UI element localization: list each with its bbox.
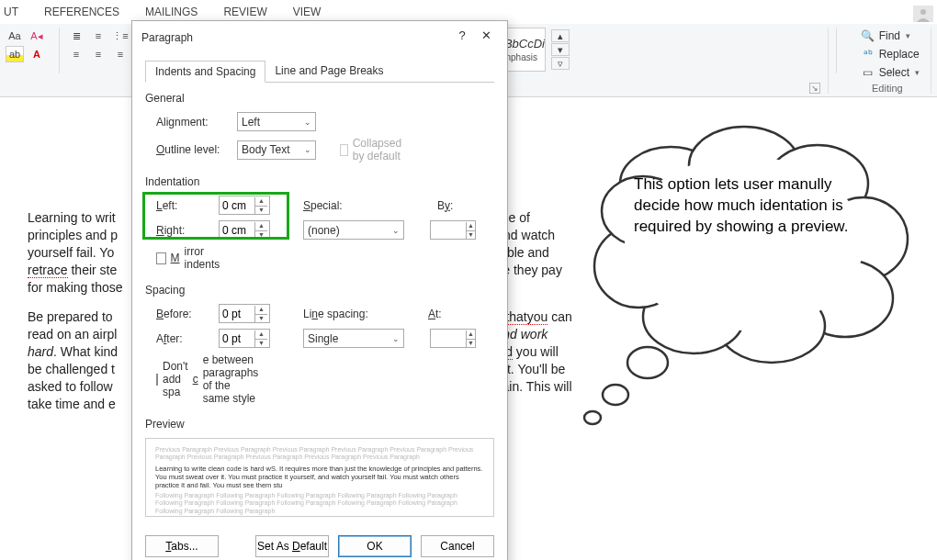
- ribbon-tab[interactable]: REFERENCES: [40, 4, 123, 20]
- spin-up-icon[interactable]: ▲: [254, 222, 267, 230]
- by-spinner[interactable]: ▲▼: [430, 220, 476, 240]
- editing-group: 🔍Find▾ ᵃᵇReplace ▭Select▾ Editing: [844, 28, 931, 94]
- callout-text: This option lets user manully decide how…: [634, 174, 882, 238]
- replace-icon: ᵃᵇ: [861, 47, 875, 62]
- at-input[interactable]: [431, 330, 466, 347]
- outline-label: OOutline level:utline level:: [156, 143, 230, 156]
- before-spinner[interactable]: ▲▼: [219, 304, 270, 323]
- line-spacing-select[interactable]: Single⌄: [303, 329, 404, 348]
- align-center-button[interactable]: ≡: [89, 46, 107, 62]
- clear-formatting-button[interactable]: A◂: [28, 28, 46, 44]
- alignment-label: Alignment:: [156, 116, 230, 129]
- dialog-buttons: Tabs... Set As Default OK Cancel: [132, 526, 507, 560]
- callout-cloud: This option lets user manully decide how…: [560, 119, 928, 431]
- tabs-button[interactable]: Tabs...: [145, 535, 219, 557]
- select-button[interactable]: ▭Select▾: [857, 64, 923, 81]
- chevron-down-icon: ⌄: [392, 226, 400, 235]
- spin-up-icon[interactable]: ▲: [466, 222, 475, 230]
- align-left-button[interactable]: ≡: [67, 46, 85, 62]
- spin-up-icon[interactable]: ▲: [254, 306, 267, 314]
- collapsed-checkbox: Collapsed by default: [340, 137, 413, 162]
- font-color-button[interactable]: A: [28, 46, 46, 62]
- divider: [59, 28, 60, 73]
- styles-expand-button[interactable]: ▿: [551, 57, 570, 70]
- dialog-tabs: Indents and Spacing Line and Page Breaks: [145, 60, 494, 83]
- spin-down-icon[interactable]: ▼: [254, 314, 267, 322]
- indent-left-spinner[interactable]: ▲▼: [219, 196, 270, 215]
- outline-level-select[interactable]: Body Text⌄: [237, 140, 316, 160]
- svg-point-12: [627, 347, 668, 378]
- cancel-button[interactable]: Cancel: [421, 535, 494, 557]
- ribbon-tab[interactable]: UT: [0, 4, 22, 20]
- at-label: At:: [428, 308, 456, 320]
- highlight-button[interactable]: ab: [6, 46, 24, 62]
- styles-scroll-down-button[interactable]: ▾: [551, 43, 570, 56]
- alignment-select[interactable]: Left⌄: [237, 112, 316, 131]
- tab-line-page-breaks[interactable]: Line and Page Breaks: [265, 61, 392, 83]
- preview-box: Previous Paragraph Previous Paragraph Pr…: [145, 438, 494, 517]
- line-spacing-label: Line spacing:: [303, 308, 377, 320]
- svg-point-1: [920, 9, 926, 15]
- ribbon-tab[interactable]: MAILINGS: [141, 4, 201, 20]
- font-paragraph-tools: Aa A◂ ab A: [6, 28, 51, 62]
- spin-up-icon[interactable]: ▲: [254, 197, 267, 206]
- svg-point-14: [584, 411, 601, 424]
- dropdown-caret-icon[interactable]: ▾: [906, 31, 910, 40]
- special-select[interactable]: (none)⌄: [303, 220, 404, 240]
- section-indentation: Indentation: [145, 175, 494, 188]
- help-button[interactable]: ?: [450, 28, 474, 47]
- spin-down-icon[interactable]: ▼: [254, 230, 267, 239]
- ribbon-tab[interactable]: VIEW: [289, 4, 325, 20]
- tab-indents-spacing[interactable]: Indents and Spacing: [145, 61, 265, 83]
- after-label: After:: [156, 332, 211, 345]
- mirror-indents-checkbox[interactable]: Mirror indents: [156, 245, 230, 271]
- spin-down-icon[interactable]: ▼: [254, 206, 267, 214]
- spin-up-icon[interactable]: ▲: [466, 330, 475, 339]
- styles-dialog-launcher[interactable]: ↘: [809, 83, 820, 94]
- align-right-button[interactable]: ≡: [111, 46, 130, 62]
- indent-right-label: Right:: [156, 224, 211, 237]
- spin-down-icon[interactable]: ▼: [466, 339, 475, 347]
- styles-scroll-up-button[interactable]: ▴: [551, 29, 570, 42]
- dialog-titlebar[interactable]: Paragraph ? ✕: [132, 21, 507, 54]
- chevron-down-icon: ⌄: [392, 334, 400, 343]
- indent-right-input[interactable]: [220, 221, 254, 239]
- account-icon[interactable]: [913, 6, 933, 25]
- after-input[interactable]: [220, 330, 254, 347]
- section-general: General: [145, 92, 494, 105]
- spin-down-icon[interactable]: ▼: [466, 230, 475, 239]
- dropdown-caret-icon[interactable]: ▾: [915, 68, 920, 77]
- indent-right-spinner[interactable]: ▲▼: [219, 220, 270, 240]
- find-icon: 🔍: [861, 28, 875, 43]
- before-label: Before:: [156, 308, 211, 320]
- divider: [836, 28, 837, 73]
- editing-group-label: Editing: [872, 83, 903, 94]
- ok-button[interactable]: OK: [338, 535, 412, 557]
- after-spinner[interactable]: ▲▼: [219, 329, 270, 348]
- section-spacing: Spacing: [145, 284, 494, 297]
- dialog-title: Paragraph: [141, 31, 450, 44]
- by-input[interactable]: [431, 221, 466, 239]
- find-button[interactable]: 🔍Find▾: [857, 28, 923, 44]
- at-spinner[interactable]: ▲▼: [430, 329, 476, 348]
- paragraph-dialog: Paragraph ? ✕ Indents and Spacing Line a…: [131, 20, 508, 560]
- multilevel-button[interactable]: ⋮≡: [111, 28, 130, 44]
- indent-left-input[interactable]: [220, 196, 254, 214]
- set-default-button[interactable]: Set As Default: [255, 535, 329, 557]
- section-preview: Preview: [145, 418, 494, 431]
- svg-point-13: [603, 385, 628, 405]
- change-case-button[interactable]: Aa: [6, 28, 24, 44]
- replace-button[interactable]: ᵃᵇReplace: [857, 46, 923, 62]
- bullets-button[interactable]: ≣: [67, 28, 85, 44]
- before-input[interactable]: [220, 305, 254, 322]
- by-label: By:: [437, 199, 465, 212]
- chevron-down-icon: ⌄: [304, 118, 311, 127]
- ribbon-tab[interactable]: REVIEW: [220, 4, 270, 20]
- select-icon: ▭: [861, 65, 875, 80]
- close-button[interactable]: ✕: [474, 28, 498, 47]
- special-label: Special:: [303, 199, 358, 212]
- spin-down-icon[interactable]: ▼: [254, 339, 267, 347]
- spin-up-icon[interactable]: ▲: [254, 330, 267, 339]
- numbering-button[interactable]: ≡: [89, 28, 107, 44]
- dont-add-space-checkbox[interactable]: Don't add space between paragraphs of th…: [156, 353, 230, 405]
